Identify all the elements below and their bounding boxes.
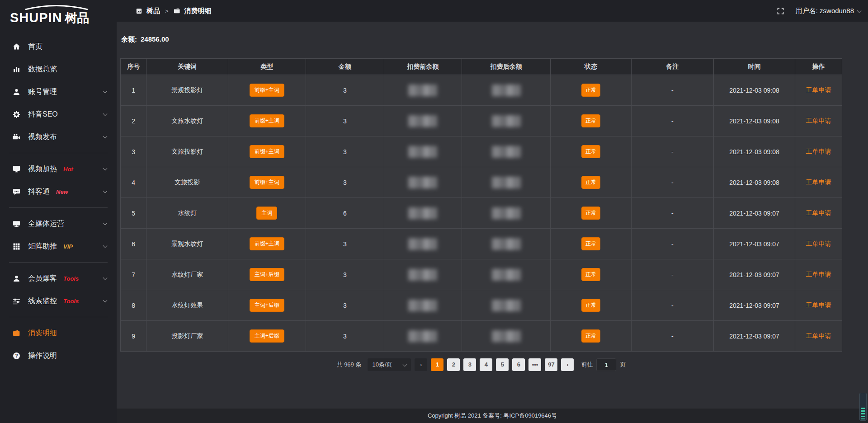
work-order-link[interactable]: 工单申请 [806,209,831,216]
more-pages-button[interactable]: ••• [528,358,541,371]
status-badge: 正常 [581,237,600,250]
page-size-select[interactable]: 10条/页 [368,358,411,371]
cell-balance_after [462,75,550,106]
status-badge: 正常 [581,114,600,127]
pagination: 共 969 条10条/页‹123456•••97›前往页 [120,358,842,371]
table-row: 7水纹灯厂家主词+后缀3正常-2021-12-03 09:07工单申请 [121,259,842,290]
type-badge: 主词+后缀 [250,329,284,343]
cell-action: 工单申请 [795,106,842,136]
sidebar-item-tag: VIP [63,243,73,250]
goto-label: 前往 [581,361,593,369]
cell-amount: 3 [306,259,384,290]
work-order-link[interactable]: 工单申请 [806,117,831,124]
sidebar-item-home[interactable]: 首页 [0,35,117,58]
cell-status: 正常 [551,290,632,321]
sidebar-item-label: 账号管理 [28,87,57,97]
sidebar-item-consumption-detail[interactable]: 消费明细 [0,322,117,344]
column-header: 金额 [306,59,384,75]
cell-balance_before [384,229,462,259]
status-badge: 正常 [581,299,600,312]
chevron-down-icon [103,276,108,280]
redacted-balance-before [408,177,437,188]
cell-no: 1 [121,75,146,106]
sidebar-item-matrix-boost[interactable]: 矩阵助推VIP [0,235,117,258]
app-icon [136,8,142,14]
sidebar-item-data-overview[interactable]: 数据总览 [0,58,117,80]
sidebar-item-label: 视频发布 [28,132,57,142]
sidebar-item-operation-guide[interactable]: ?操作说明 [0,344,117,367]
page-button-4[interactable]: 4 [480,358,492,371]
page-button-3[interactable]: 3 [463,358,476,371]
widget-stripes [861,408,865,419]
cell-no: 9 [121,321,146,352]
chevron-down-icon [103,189,108,193]
cell-balance_before [384,136,462,167]
type-badge: 前缀+主词 [250,145,284,158]
breadcrumb-home[interactable]: 树品 [146,7,160,15]
redacted-balance-after [492,238,521,250]
cell-keyword: 景观投影灯 [146,75,228,106]
cell-remark: - [631,229,713,259]
page-button-1[interactable]: 1 [431,358,443,371]
sidebar-item-douketong[interactable]: 抖客通New [0,180,117,203]
balance: 余额: 24856.00 [121,35,842,44]
work-order-link[interactable]: 工单申请 [806,301,831,309]
redacted-balance-after [492,177,521,188]
work-order-link[interactable]: 工单申请 [806,86,831,94]
column-header: 操作 [795,59,842,75]
cell-type: 主词+后缀 [228,290,306,321]
work-order-link[interactable]: 工单申请 [806,240,831,247]
type-badge: 前缀+主词 [250,114,284,127]
cell-status: 正常 [551,167,632,198]
goto-page-input[interactable] [596,358,616,371]
next-page-button[interactable]: › [561,358,574,371]
cell-keyword: 水纹灯效果 [146,290,228,321]
sidebar-item-label: 抖音SEO [28,110,58,119]
sidebar-item-label: 抖客通 [28,187,50,197]
logo-text-cn: 树品 [65,10,90,26]
logo-text-en: SHUPIN [10,10,62,25]
page-button-6[interactable]: 6 [512,358,525,371]
page-button-5[interactable]: 5 [496,358,509,371]
sidebar-item-douyin-seo[interactable]: 抖音SEO [0,103,117,126]
page-button-2[interactable]: 2 [447,358,460,371]
column-header: 时间 [713,59,795,75]
fullscreen-icon[interactable] [777,8,784,14]
table-row: 1景观投影灯前缀+主词3正常-2021-12-03 09:08工单申请 [121,75,842,106]
cell-balance_before [384,290,462,321]
cell-type: 前缀+主词 [228,167,306,198]
page-size-label: 10条/页 [372,361,392,369]
cell-time: 2021-12-03 09:08 [713,75,795,106]
user-menu[interactable]: 用户名: zswodun88 [796,7,861,15]
column-header: 状态 [551,59,632,75]
sidebar-item-account-management[interactable]: 账号管理 [0,80,117,103]
redacted-balance-before [408,115,437,127]
work-order-link[interactable]: 工单申请 [806,271,831,278]
chevron-down-icon [103,298,108,303]
status-badge: 正常 [581,207,600,220]
cell-time: 2021-12-03 09:08 [713,136,795,167]
work-order-link[interactable]: 工单申请 [806,148,831,155]
cell-type: 主词 [228,198,306,229]
screen-icon [12,164,21,174]
sidebar-item-lead-monitor[interactable]: 线索监控Tools [0,290,117,312]
goto-suffix: 页 [620,361,626,369]
work-order-link[interactable]: 工单申请 [806,179,831,186]
sidebar-item-video-heat[interactable]: 视频加热Hot [0,158,117,180]
cell-type: 主词+后缀 [228,321,306,352]
pagination-total: 共 969 条 [337,361,362,369]
page-button-97[interactable]: 97 [545,358,557,371]
prev-page-button[interactable]: ‹ [415,358,427,371]
home-icon [12,42,21,51]
sidebar-item-video-publish[interactable]: 视频发布 [0,126,117,148]
work-order-link[interactable]: 工单申请 [806,332,831,339]
chevron-down-icon [103,134,108,139]
column-header: 关键词 [146,59,228,75]
wallet-icon [12,329,21,338]
cell-amount: 3 [306,229,384,259]
logo-arc-icon [23,5,90,10]
sidebar-item-omnimedia-operation[interactable]: 全媒体运营 [0,212,117,235]
status-badge: 正常 [581,84,600,97]
cell-time: 2021-12-03 09:08 [713,167,795,198]
sidebar-item-member-burst[interactable]: 会员爆客Tools [0,267,117,290]
